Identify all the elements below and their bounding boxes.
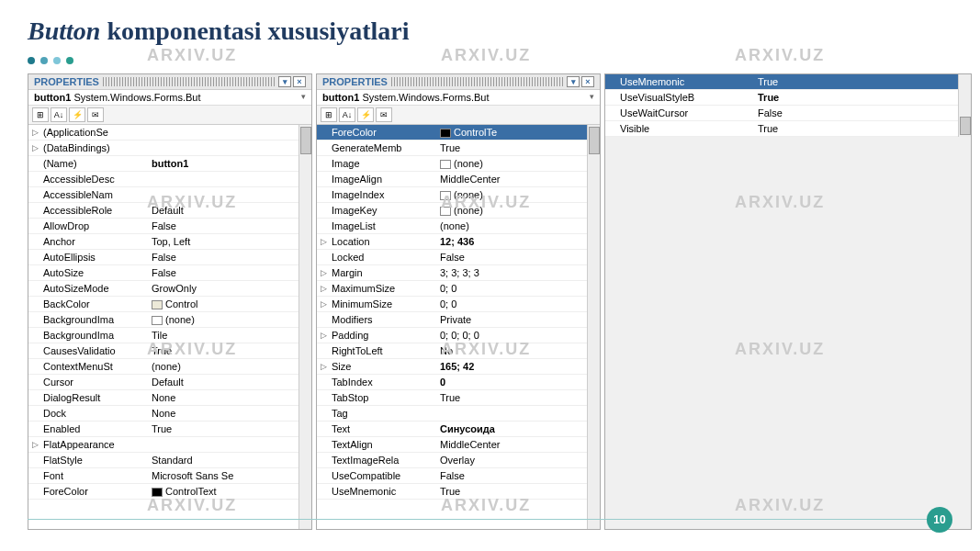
alphabetical-icon[interactable]: A↓ <box>51 107 67 122</box>
property-value[interactable]: Standard <box>150 453 299 467</box>
property-value[interactable]: Default <box>150 203 299 218</box>
property-row[interactable]: UseMnemonicTrue <box>317 484 587 500</box>
property-row[interactable]: ForeColorControlTe <box>317 125 587 141</box>
object-selector[interactable]: button1 System.Windows.Forms.But ▾ <box>317 90 600 106</box>
property-row[interactable]: DockNone <box>28 406 299 422</box>
property-value[interactable]: True <box>150 343 299 358</box>
property-value[interactable]: True <box>438 390 587 405</box>
property-value[interactable]: Синусоида <box>438 422 587 436</box>
property-row[interactable]: ImageList(none) <box>317 219 587 234</box>
property-row[interactable]: AccessibleNam <box>28 187 299 203</box>
property-value[interactable]: None <box>150 406 299 421</box>
expand-icon[interactable]: ▷ <box>28 437 41 452</box>
property-value[interactable]: (none) <box>438 156 587 171</box>
dropdown-icon[interactable]: ▾ <box>567 76 580 87</box>
expand-icon[interactable]: ▷ <box>28 141 41 155</box>
property-row[interactable]: ▷Padding0; 0; 0; 0 <box>317 328 587 343</box>
property-value[interactable]: False <box>150 265 299 280</box>
expand-icon[interactable]: ▷ <box>317 297 330 311</box>
alphabetical-icon[interactable]: A↓ <box>339 107 355 122</box>
property-value[interactable]: False <box>438 250 587 264</box>
property-value[interactable]: (none) <box>150 359 299 374</box>
property-row[interactable]: ImageKey(none) <box>317 203 587 219</box>
property-row[interactable]: TextAlignMiddleCenter <box>317 437 587 453</box>
property-row[interactable]: ForeColorControlText <box>28 484 299 500</box>
property-value[interactable]: Overlay <box>438 453 587 467</box>
close-icon[interactable]: × <box>581 76 594 87</box>
property-value[interactable]: False <box>438 468 587 483</box>
property-value[interactable]: ControlText <box>150 484 299 499</box>
property-row[interactable]: AnchorTop, Left <box>28 234 299 250</box>
property-row[interactable]: AccessibleDesc <box>28 172 299 187</box>
property-value[interactable]: True <box>756 90 958 105</box>
object-selector[interactable]: button1 System.Windows.Forms.But ▾ <box>28 90 311 106</box>
scrollbar[interactable] <box>587 125 600 529</box>
property-row[interactable]: AutoEllipsisFalse <box>28 250 299 265</box>
property-row[interactable]: ImageAlignMiddleCenter <box>317 172 587 187</box>
property-value[interactable]: No <box>438 343 587 358</box>
property-value[interactable]: MiddleCenter <box>438 172 587 186</box>
messages-icon[interactable]: ✉ <box>376 107 392 122</box>
property-value[interactable] <box>150 141 299 155</box>
expand-icon[interactable]: ▷ <box>317 281 330 296</box>
property-row[interactable]: TabIndex0 <box>317 375 587 390</box>
property-row[interactable]: ContextMenuSt(none) <box>28 359 299 375</box>
property-row[interactable]: LockedFalse <box>317 250 587 265</box>
property-row[interactable]: BackgroundIma(none) <box>28 312 299 328</box>
property-row[interactable]: ▷Size165; 42 <box>317 359 587 375</box>
property-value[interactable]: (none) <box>438 219 587 233</box>
property-row[interactable]: TabStopTrue <box>317 390 587 406</box>
property-row[interactable]: UseWaitCursorFalse <box>605 106 958 121</box>
property-value[interactable]: None <box>150 390 299 405</box>
property-value[interactable]: 12; 436 <box>438 234 587 249</box>
property-value[interactable]: (none) <box>438 187 587 202</box>
messages-icon[interactable]: ✉ <box>87 107 104 122</box>
scrollbar[interactable] <box>958 74 971 137</box>
property-row[interactable]: ImageIndex(none) <box>317 187 587 203</box>
events-icon[interactable]: ⚡ <box>357 107 374 122</box>
property-row[interactable]: ▷FlatAppearance <box>28 437 299 453</box>
property-value[interactable]: Private <box>438 312 587 327</box>
property-row[interactable]: ▷Margin3; 3; 3; 3 <box>317 265 587 281</box>
property-value[interactable] <box>150 125 299 140</box>
property-row[interactable]: UseVisualStyleBTrue <box>605 90 958 106</box>
expand-icon[interactable]: ▷ <box>317 234 330 249</box>
property-row[interactable]: EnabledTrue <box>28 422 299 437</box>
property-row[interactable]: AllowDropFalse <box>28 219 299 234</box>
property-row[interactable]: UseCompatibleFalse <box>317 468 587 484</box>
property-value[interactable]: button1 <box>150 156 299 171</box>
property-value[interactable]: True <box>756 121 958 136</box>
property-value[interactable]: True <box>438 141 587 155</box>
property-row[interactable]: BackColorControl <box>28 297 299 312</box>
property-value[interactable]: 0; 0; 0; 0 <box>438 328 587 343</box>
property-row[interactable]: ▷MaximumSize0; 0 <box>317 281 587 297</box>
property-value[interactable]: Microsoft Sans Se <box>150 468 299 483</box>
property-value[interactable]: True <box>150 422 299 436</box>
property-row[interactable]: ▷(ApplicationSe <box>28 125 299 141</box>
expand-icon[interactable]: ▷ <box>28 125 41 140</box>
property-value[interactable]: 165; 42 <box>438 359 587 374</box>
property-value[interactable]: False <box>150 219 299 233</box>
property-row[interactable]: ▷(DataBindings) <box>28 141 299 156</box>
dropdown-icon[interactable]: ▾ <box>278 76 291 87</box>
property-value[interactable]: MiddleCenter <box>438 437 587 452</box>
property-row[interactable]: Tag <box>317 406 587 422</box>
property-row[interactable]: TextСинусоида <box>317 422 587 437</box>
property-row[interactable]: (Name)button1 <box>28 156 299 172</box>
property-value[interactable]: 3; 3; 3; 3 <box>438 265 587 280</box>
property-value[interactable]: ControlTe <box>438 125 587 140</box>
property-row[interactable]: CausesValidatioTrue <box>28 343 299 359</box>
property-value[interactable]: 0 <box>438 375 587 389</box>
property-row[interactable]: FlatStyleStandard <box>28 453 299 468</box>
property-value[interactable]: 0; 0 <box>438 297 587 311</box>
property-value[interactable] <box>438 406 587 421</box>
categorized-icon[interactable]: ⊞ <box>32 107 49 122</box>
property-row[interactable]: GenerateMembTrue <box>317 141 587 156</box>
property-value[interactable]: True <box>438 484 587 499</box>
property-value[interactable]: Control <box>150 297 299 311</box>
close-icon[interactable]: × <box>293 76 306 87</box>
expand-icon[interactable]: ▷ <box>317 359 330 374</box>
property-row[interactable]: FontMicrosoft Sans Se <box>28 468 299 484</box>
property-value[interactable]: Tile <box>150 328 299 343</box>
property-value[interactable]: 0; 0 <box>438 281 587 296</box>
